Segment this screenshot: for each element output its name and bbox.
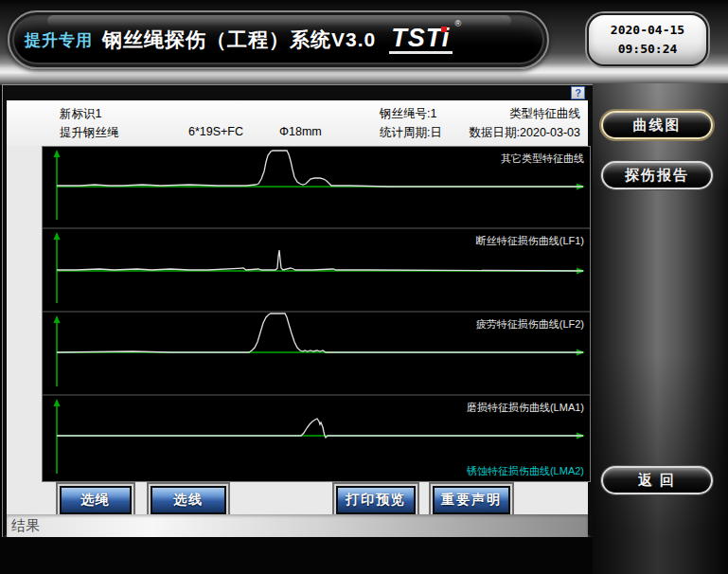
chart-panel-other-type: 其它类型特征曲线 <box>43 147 590 227</box>
datetime-display: 2020-04-15 09:50:24 <box>587 13 708 66</box>
app-title: 钢丝绳探伤（工程）系统V3.0 <box>102 27 376 53</box>
right-sidebar: 曲线图 探伤报告 返 回 <box>593 83 728 574</box>
curve-type-label: 类型特征曲线 <box>509 106 580 122</box>
rope-id-label: 新标识1 <box>60 106 101 122</box>
main-window: ? 新标识1 钢丝绳号:1 类型特征曲线 提升钢丝绳 6*19S+FC Φ18m… <box>3 85 593 537</box>
status-result-label: 结果 <box>11 517 40 535</box>
title-bar: 提升专用 钢丝绳探伤（工程）系统V3.0 TSTi® <box>8 10 549 69</box>
rope-type-label: 提升钢丝绳 <box>60 125 119 141</box>
window-top-bar: ? <box>7 85 588 100</box>
chart-panel-broken-wire-lf1: 断丝特征损伤曲线(LF1) <box>43 229 590 311</box>
sidebar-curve-chart-button[interactable]: 曲线图 <box>601 111 713 139</box>
rope-diameter-label: Φ18mm <box>279 125 322 138</box>
app-root: 提升专用 钢丝绳探伤（工程）系统V3.0 TSTi® 2020-04-15 09… <box>0 0 728 574</box>
rope-number-label: 钢丝绳号:1 <box>380 106 436 122</box>
stat-period-label: 统计周期:日 <box>380 125 442 141</box>
tsti-logo: TSTi® <box>389 26 453 54</box>
current-date: 2020-04-15 <box>611 21 684 40</box>
curve-chart-area: 其它类型特征曲线 断丝特征损伤曲线(LF1) 疲劳特征损伤曲线(LF2) 磨损特… <box>42 146 591 482</box>
select-rope-button[interactable]: 选绳 <box>60 486 132 514</box>
help-button[interactable]: ? <box>571 86 585 99</box>
rope-info-panel: 新标识1 钢丝绳号:1 类型特征曲线 提升钢丝绳 6*19S+FC Φ18mm … <box>7 100 588 146</box>
rope-structure-label: 6*19S+FC <box>188 125 243 138</box>
sidebar-flaw-report-button[interactable]: 探伤报告 <box>601 161 713 189</box>
registered-mark: ® <box>455 20 463 28</box>
important-notice-button[interactable]: 重要声明 <box>433 486 510 514</box>
current-time: 09:50:24 <box>618 40 678 59</box>
logo-red-dot-icon <box>441 27 447 32</box>
sidebar-return-button[interactable]: 返 回 <box>601 466 713 494</box>
data-date-label: 数据日期:2020-03-03 <box>470 125 580 141</box>
print-preview-button[interactable]: 打印预览 <box>336 486 416 514</box>
status-bar: 结果 <box>7 514 588 537</box>
edition-badge: 提升专用 <box>25 29 93 51</box>
chart-panel-fatigue-lf2: 疲劳特征损伤曲线(LF2) <box>43 313 590 394</box>
chart-panel-wear-lma1: 磨损特征损伤曲线(LMA1) 锈蚀特征损伤曲线(LMA2) <box>43 396 590 481</box>
bottom-filler <box>0 537 593 574</box>
select-line-button[interactable]: 选线 <box>151 486 226 514</box>
